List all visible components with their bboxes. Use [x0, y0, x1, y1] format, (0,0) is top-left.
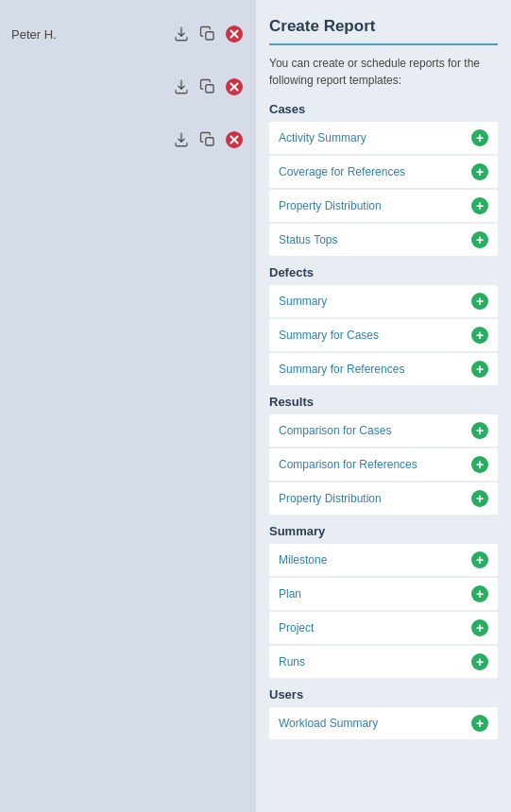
- report-item[interactable]: Project+: [269, 612, 498, 644]
- report-item-label: Summary: [279, 295, 327, 308]
- svg-rect-8: [206, 138, 213, 145]
- copy-icon[interactable]: [197, 129, 218, 150]
- right-panel: Create Report You can create or schedule…: [256, 0, 511, 812]
- add-report-icon[interactable]: +: [471, 327, 488, 344]
- report-item-label: Property Distribution: [279, 199, 382, 212]
- add-report-icon[interactable]: +: [471, 456, 488, 473]
- report-item[interactable]: Summary for References+: [269, 353, 498, 385]
- report-item-label: Comparison for References: [279, 458, 417, 471]
- add-report-icon[interactable]: +: [471, 422, 488, 439]
- copy-icon[interactable]: [197, 24, 218, 44]
- svg-rect-4: [206, 85, 213, 93]
- add-report-icon[interactable]: +: [471, 293, 488, 310]
- add-report-icon[interactable]: +: [471, 653, 488, 670]
- report-item[interactable]: Summary for Cases+: [269, 319, 498, 351]
- report-item[interactable]: Plan+: [269, 578, 498, 610]
- export-icon[interactable]: [171, 24, 192, 44]
- delete-icon[interactable]: [224, 24, 245, 44]
- copy-icon[interactable]: [197, 76, 218, 97]
- report-item[interactable]: Activity Summary+: [269, 122, 498, 154]
- report-item[interactable]: Milestone+: [269, 544, 498, 576]
- report-item-label: Status Tops: [279, 233, 337, 246]
- left-panel: Peter H.: [0, 0, 256, 812]
- add-report-icon[interactable]: +: [471, 585, 488, 602]
- row-icons: [171, 76, 245, 97]
- report-item-label: Workload Summary: [279, 717, 378, 730]
- report-item-label: Property Distribution: [279, 492, 382, 505]
- list-row: Peter H.: [0, 9, 256, 59]
- add-report-icon[interactable]: +: [471, 715, 488, 732]
- section-heading-cases: Cases: [269, 102, 498, 116]
- list-row: [0, 115, 256, 164]
- report-item-label: Summary for References: [279, 363, 404, 376]
- report-item[interactable]: Workload Summary+: [269, 707, 498, 739]
- section-heading-results: Results: [269, 395, 498, 409]
- report-item[interactable]: Coverage for References+: [269, 156, 498, 188]
- section-heading-defects: Defects: [269, 265, 498, 279]
- report-item-label: Runs: [279, 655, 305, 668]
- report-item[interactable]: Property Distribution+: [269, 482, 498, 515]
- delete-icon[interactable]: [224, 76, 245, 97]
- export-icon[interactable]: [171, 129, 192, 150]
- report-item-label: Activity Summary: [279, 131, 366, 144]
- report-item-label: Coverage for References: [279, 165, 405, 178]
- add-report-icon[interactable]: +: [471, 619, 488, 636]
- svg-rect-0: [206, 32, 213, 40]
- panel-description: You can create or schedule reports for t…: [269, 55, 498, 89]
- report-item[interactable]: Comparison for References+: [269, 448, 498, 481]
- report-item[interactable]: Property Distribution+: [269, 190, 498, 222]
- section-heading-users: Users: [269, 687, 498, 702]
- report-item[interactable]: Status Tops+: [269, 224, 498, 256]
- add-report-icon[interactable]: +: [471, 129, 488, 146]
- add-report-icon[interactable]: +: [471, 551, 488, 568]
- export-icon[interactable]: [171, 76, 192, 97]
- add-report-icon[interactable]: +: [471, 490, 488, 507]
- panel-title: Create Report: [269, 17, 498, 45]
- delete-icon[interactable]: [224, 129, 245, 150]
- add-report-icon[interactable]: +: [471, 361, 488, 378]
- add-report-icon[interactable]: +: [471, 197, 488, 214]
- report-item[interactable]: Runs+: [269, 646, 498, 678]
- row-name: Peter H.: [11, 27, 57, 42]
- report-item-label: Comparison for Cases: [279, 424, 391, 437]
- list-row: [0, 62, 256, 111]
- add-report-icon[interactable]: +: [471, 163, 488, 180]
- report-item-label: Milestone: [279, 553, 327, 567]
- section-heading-summary: Summary: [269, 524, 498, 538]
- report-item-label: Plan: [279, 587, 301, 601]
- add-report-icon[interactable]: +: [471, 231, 488, 248]
- row-icons: [171, 24, 245, 44]
- row-icons: [171, 129, 245, 150]
- report-item[interactable]: Comparison for Cases+: [269, 414, 498, 447]
- report-item-label: Project: [279, 621, 314, 634]
- report-item-label: Summary for Cases: [279, 329, 379, 342]
- report-item[interactable]: Summary+: [269, 285, 498, 317]
